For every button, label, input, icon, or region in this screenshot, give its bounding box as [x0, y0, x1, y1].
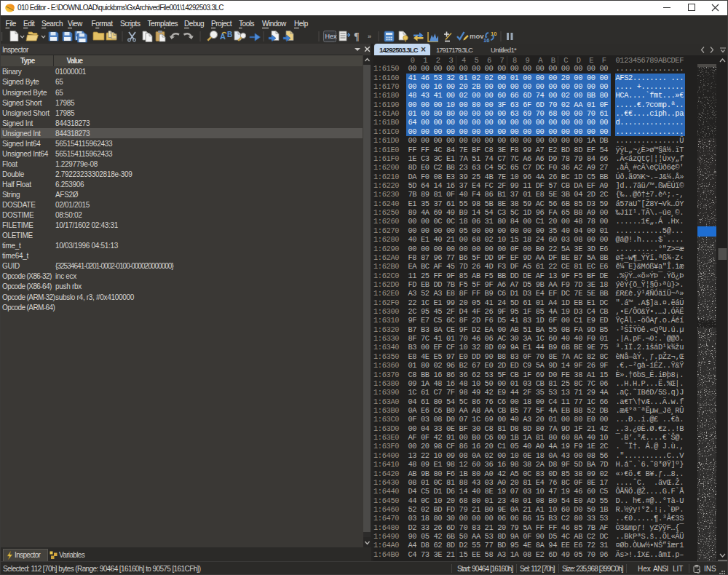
svg-text:Hex: Hex	[325, 33, 338, 40]
svg-text:»: »	[368, 33, 371, 40]
svg-text:mov: mov	[470, 32, 484, 40]
svg-text:¶: ¶	[354, 31, 360, 42]
svg-text:B: B	[227, 31, 232, 39]
